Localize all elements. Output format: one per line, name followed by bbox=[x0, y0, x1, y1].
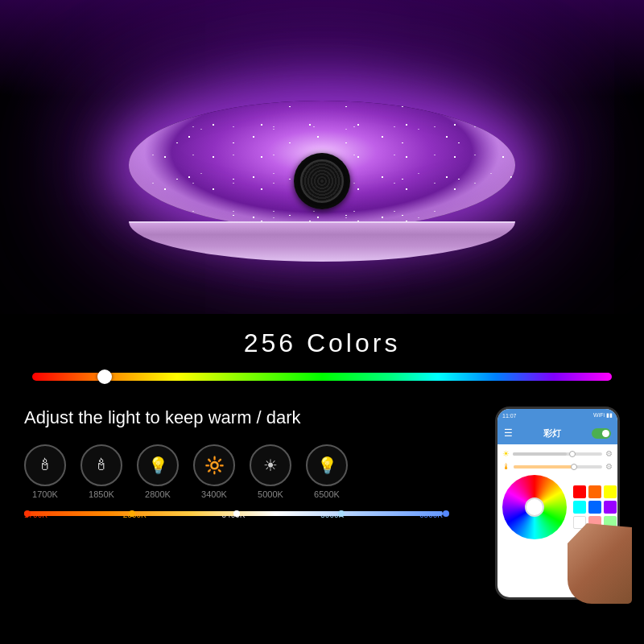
phone-temp-track[interactable] bbox=[514, 465, 602, 469]
color-swatches bbox=[573, 485, 620, 529]
rainbow-track bbox=[32, 373, 612, 381]
phone-signal: WiFi ▮▮ bbox=[593, 412, 613, 419]
temp-label-5: 5000K bbox=[258, 489, 283, 499]
bottom-section: Adjust the light to keep warm / dark 🕯 1… bbox=[0, 398, 644, 608]
phone-temp-thumb[interactable] bbox=[571, 464, 577, 470]
temp-icon-circle-6: 💡 bbox=[306, 444, 348, 486]
phone-header: ☰ 彩灯 bbox=[497, 422, 617, 444]
phone-brightness-track[interactable] bbox=[513, 452, 602, 456]
phone-time: 11:07 bbox=[502, 413, 517, 419]
menu-icon[interactable]: ☰ bbox=[504, 427, 513, 439]
phone-toggle[interactable] bbox=[592, 428, 611, 439]
temp-icon-circle-4: 🔆 bbox=[193, 444, 235, 486]
temp-dot-6500k bbox=[443, 510, 449, 517]
temp-track bbox=[24, 511, 443, 516]
temp-icon-1850k: 🕯 1850K bbox=[80, 444, 122, 499]
lamp-section bbox=[0, 0, 644, 314]
temp-icon-1700k: 🕯 1700K bbox=[24, 444, 66, 499]
swatch-yellow[interactable] bbox=[604, 485, 617, 498]
lamp-rim bbox=[129, 221, 515, 262]
lamp-speaker bbox=[294, 153, 350, 209]
gear-icon: ⚙ bbox=[605, 449, 613, 458]
ceiling-glow bbox=[0, 0, 644, 97]
swatch-green[interactable] bbox=[619, 485, 620, 498]
hand bbox=[568, 523, 632, 604]
temp-dot-5000k bbox=[338, 510, 345, 517]
rainbow-thumb[interactable] bbox=[97, 369, 112, 384]
lamp-body bbox=[129, 101, 515, 229]
phone-brightness-fill bbox=[513, 452, 567, 456]
phone-container: 11:07 WiFi ▮▮ ☰ 彩灯 ☀ bbox=[459, 407, 620, 600]
adjust-title: Adjust the light to keep warm / dark bbox=[24, 407, 443, 430]
swatch-cyan[interactable] bbox=[573, 501, 586, 514]
colors-title: 256 Colors bbox=[32, 328, 612, 358]
phone-slider-row-1: ☀ ⚙ bbox=[502, 449, 613, 458]
temp-icon-circle-2: 🕯 bbox=[80, 444, 122, 486]
temp-label-1: 1700K bbox=[32, 489, 58, 499]
colors-section: 256 Colors bbox=[0, 314, 644, 398]
color-wheel[interactable] bbox=[502, 475, 567, 539]
left-info: Adjust the light to keep warm / dark 🕯 1… bbox=[24, 407, 443, 600]
swatch-red[interactable] bbox=[573, 485, 586, 498]
temp-icon-circle-3: 💡 bbox=[137, 444, 179, 486]
temp-label-4: 3400K bbox=[201, 489, 227, 499]
gear-icon-2: ⚙ bbox=[605, 462, 613, 471]
temp-icon-6500k: 💡 6500K bbox=[306, 444, 348, 499]
temp-icon-2800k: 💡 2800K bbox=[137, 444, 179, 499]
rainbow-slider[interactable] bbox=[32, 369, 612, 384]
temp-label-2: 1850K bbox=[89, 489, 114, 499]
sun-icon: ☀ bbox=[502, 449, 510, 458]
temp-dot-2800k bbox=[129, 510, 135, 517]
temp-icon-phone: 🌡 bbox=[502, 462, 510, 471]
swatch-purple[interactable] bbox=[604, 501, 617, 514]
temp-label-6: 6500K bbox=[314, 489, 340, 499]
temp-icons-row: 🕯 1700K 🕯 1850K 💡 2800K 🔆 3400K ☀ 5000K … bbox=[24, 444, 443, 499]
lamp-fixture bbox=[129, 101, 515, 262]
swatch-magenta[interactable] bbox=[619, 501, 620, 514]
phone-header-title: 彩灯 bbox=[518, 427, 587, 440]
temp-icon-5000k: ☀ 5000K bbox=[250, 444, 291, 499]
temp-label-3: 2800K bbox=[145, 489, 171, 499]
phone-brightness-thumb[interactable] bbox=[569, 451, 576, 457]
temp-icon-circle-1: 🕯 bbox=[24, 444, 66, 486]
swatch-orange[interactable] bbox=[588, 485, 601, 498]
swatch-blue[interactable] bbox=[588, 501, 601, 514]
temp-bar-wrapper[interactable]: 1700K 2800K 3400K 5000K 6500K bbox=[24, 509, 443, 519]
temp-dot-1700k bbox=[24, 510, 31, 517]
temp-icon-3400k: 🔆 3400K bbox=[193, 444, 235, 499]
phone-slider-row-2: 🌡 ⚙ bbox=[502, 462, 613, 471]
phone-temp-fill bbox=[514, 465, 576, 469]
temp-dot-3400k bbox=[233, 510, 240, 517]
temp-icon-circle-5: ☀ bbox=[250, 444, 291, 486]
phone-status-bar: 11:07 WiFi ▮▮ bbox=[497, 409, 617, 422]
